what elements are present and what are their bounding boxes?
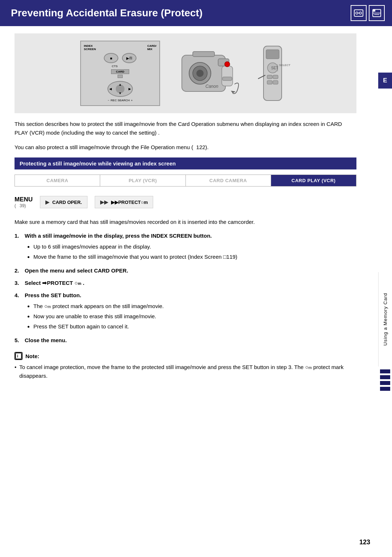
tab-play-vcr[interactable]: PLAY (VCR): [100, 175, 185, 186]
stripe-1: [380, 369, 390, 373]
step-4-bullet-3: Press the SET button again to cancel it.: [33, 322, 356, 331]
stripe-3: [380, 381, 390, 385]
camera-panel-diagram: INDEXSCREEN CARD/MIX ■ ▶/II CTS CARD ▲ ▼: [80, 41, 160, 106]
step-1-num: 1.: [15, 232, 22, 263]
menu-label-block: MENU ( 39): [15, 196, 33, 208]
step-4-bullets: The ○m protect mark appears on the still…: [33, 302, 356, 331]
steps-list: 1. With a still image/movie in the displ…: [15, 232, 356, 345]
svg-point-15: [225, 62, 230, 67]
svg-rect-26: [273, 81, 278, 84]
page-header: Preventing Accidental Erasure (Protect): [0, 0, 392, 26]
svg-point-1: [356, 12, 358, 14]
panel-labels: INDEXSCREEN CARD/MIX: [84, 44, 156, 51]
svg-text:i: i: [17, 354, 18, 358]
note-header: i Note:: [15, 352, 356, 360]
step-4-bullet-1: The ○m protect mark appears on the still…: [33, 302, 356, 311]
small-button: [118, 75, 123, 78]
tape-icon: [354, 8, 364, 18]
step-1: 1. With a still image/movie in the displ…: [15, 232, 356, 263]
card-icon: [372, 8, 382, 18]
step-4: 4. Press the SET button. The ○m protect …: [15, 291, 356, 332]
remote-svg: SET SELECT: [254, 42, 291, 104]
note-section: i Note: • To cancel image protection, mo…: [15, 352, 356, 380]
step-3-text: Select ➡PROTECT ○m .: [25, 280, 84, 286]
step-4-bullet-2: Now you are unable to erase this still i…: [33, 312, 356, 321]
dpad: ▲ ▼ ◀ ▶: [107, 81, 133, 97]
step-2-content: Open the menu and select CARD OPER.: [25, 266, 356, 275]
svg-text:SELECT: SELECT: [279, 64, 290, 67]
note-icon: i: [15, 352, 23, 360]
svg-rect-13: [193, 52, 215, 57]
rec-search-label: － REC SEARCH ＋: [107, 98, 134, 102]
svg-rect-29: [16, 353, 21, 359]
svg-rect-14: [222, 66, 233, 86]
tape-icon-box: [351, 5, 367, 21]
svg-point-11: [196, 70, 204, 77]
step-1-bullet-2: Move the frame to the still image/movie …: [33, 253, 356, 261]
note-icon-svg: i: [15, 353, 22, 359]
remote-control-diagram: SET SELECT: [254, 42, 291, 104]
svg-rect-23: [267, 75, 272, 79]
stripe-2: [380, 375, 390, 379]
svg-marker-18: [231, 91, 236, 93]
page-container: Preventing Accidental Erasure (Protect): [0, 0, 392, 557]
step-1-text: With a still image/movie in the display,…: [25, 233, 212, 239]
note-text-1: To cancel image protection, move the fra…: [19, 363, 356, 380]
menu-label: MENU: [15, 196, 33, 203]
diagram-area: INDEXSCREEN CARD/MIX ■ ▶/II CTS CARD ▲ ▼: [15, 33, 356, 113]
step-3-num: 3.: [15, 279, 22, 287]
section-heading: Protecting a still image/movie while vie…: [15, 157, 356, 169]
menu-sub: ( 39): [15, 203, 26, 208]
card-btn: CARD: [111, 69, 129, 74]
step-1-bullet-1: Up to 6 still images/movies appear in th…: [33, 242, 356, 251]
menu-row: MENU ( 39) ▶ CARD OPER. ▶▶ ▶▶PROTECT○m: [15, 193, 356, 211]
menu-item-1-box: ▶ CARD OPER.: [40, 196, 87, 208]
step-5-content: Close the menu.: [25, 336, 356, 345]
intro-paragraph-2: You can also protect a still image/movie…: [15, 143, 356, 152]
page-title: Preventing Accidental Erasure (Protect): [11, 7, 203, 19]
stripe-4: [380, 387, 390, 391]
tab-card-camera[interactable]: CARD CAMERA: [186, 175, 271, 186]
main-content: INDEXSCREEN CARD/MIX ■ ▶/II CTS CARD ▲ ▼: [0, 26, 378, 391]
body-text: Make sure a memory card that has still i…: [15, 218, 356, 226]
menu-arrow-1: ▶: [45, 199, 49, 205]
svg-rect-5: [373, 9, 375, 12]
step-3-content: Select ➡PROTECT ○m .: [25, 279, 356, 287]
menu-arrow-3: ▶▶: [100, 199, 108, 205]
svg-rect-16: [222, 77, 232, 81]
step-4-num: 4.: [15, 291, 22, 332]
step-2: 2. Open the menu and select CARD OPER.: [15, 266, 356, 275]
tab-camera[interactable]: CAMERA: [15, 175, 100, 186]
header-icons: [351, 5, 385, 21]
step-3: 3. Select ➡PROTECT ○m .: [15, 279, 356, 287]
svg-text:SET: SET: [271, 66, 278, 70]
tab-card-play-vcr[interactable]: CARD PLAY (VCR): [271, 175, 356, 186]
camcorder-body-diagram: Canon: [171, 41, 244, 106]
svg-text:Canon: Canon: [205, 84, 219, 89]
step-5-num: 5.: [15, 336, 22, 345]
card-icon-box: [369, 5, 385, 21]
step-4-text: Press the SET button.: [25, 292, 81, 298]
step-2-num: 2.: [15, 266, 22, 275]
menu-item-1: CARD OPER.: [52, 200, 82, 205]
menu-item-2: ▶▶PROTECT○m: [111, 200, 148, 205]
step-2-text: Open the menu and select CARD OPER.: [25, 267, 128, 274]
intro-paragraph-1: This section describes how to protect th…: [15, 120, 356, 137]
step-5-text: Close the menu.: [25, 337, 67, 343]
step-4-content: Press the SET button. The ○m protect mar…: [25, 291, 356, 332]
right-stripes: [378, 366, 392, 394]
page-number: 123: [359, 538, 370, 546]
step-5: 5. Close the menu.: [15, 336, 356, 345]
panel-top-buttons: ■ ▶/II: [104, 53, 136, 63]
stop-btn: ■: [104, 53, 118, 63]
step-1-bullets: Up to 6 still images/movies appear in th…: [33, 242, 356, 261]
note-label: Note:: [25, 353, 39, 359]
play-btn: ▶/II: [122, 53, 136, 63]
menu-item-2-box: ▶▶ ▶▶PROTECT○m: [95, 196, 154, 208]
side-tab-e: E: [378, 73, 392, 89]
right-sidebar-label: Using a Memory Card: [378, 272, 392, 366]
svg-point-2: [359, 12, 362, 14]
svg-rect-25: [267, 81, 272, 84]
camcorder-svg: Canon: [171, 41, 244, 106]
svg-rect-20: [266, 50, 279, 59]
